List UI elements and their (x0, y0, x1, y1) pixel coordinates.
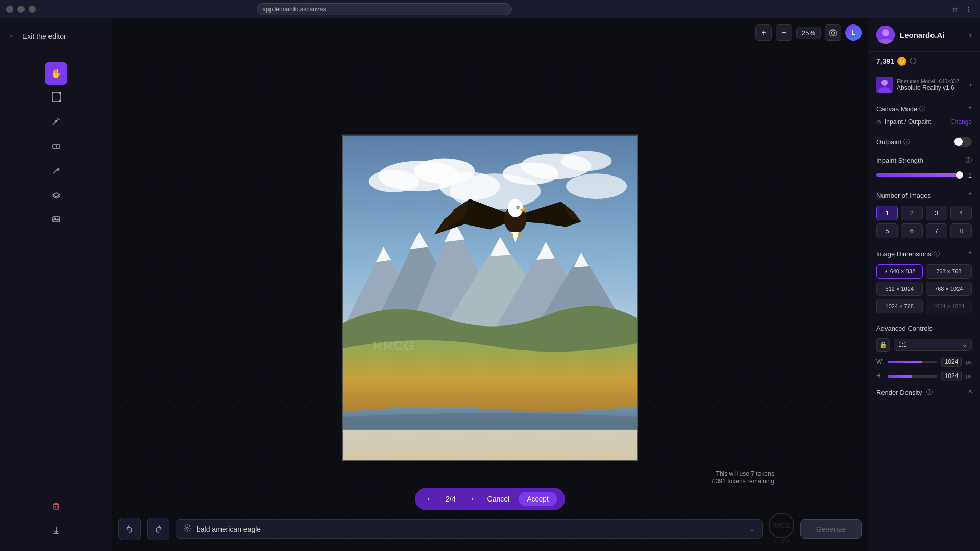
eraser-tool-button[interactable] (45, 136, 67, 158)
layers-icon (52, 190, 61, 202)
hand-icon: ✋ (51, 68, 62, 79)
inpaint-strength-info-icon: ⓘ (966, 156, 972, 165)
ratio-select[interactable]: 1:1 ⌄ (894, 339, 972, 351)
width-unit: px (966, 359, 972, 365)
svg-rect-1 (52, 92, 53, 94)
dim-512x1024[interactable]: 512 × 1024 (876, 282, 923, 296)
generate-button[interactable]: Generate (800, 519, 862, 539)
model-section[interactable]: Finetuned Model 640×832 Absolute Reality… (868, 71, 980, 98)
image-dimensions-header: Image Dimensions ⓘ ^ (868, 243, 980, 261)
reload-button[interactable] (29, 6, 36, 13)
width-value: 1024 (941, 357, 962, 367)
outpaint-toggle[interactable] (953, 137, 972, 147)
prompt-input-field[interactable] (197, 525, 744, 533)
outpaint-info-icon: ⓘ (903, 138, 910, 146)
zoom-in-button[interactable]: + (755, 24, 772, 41)
cancel-button[interactable]: Cancel (482, 493, 515, 505)
canvas-image: RRCG (342, 135, 638, 461)
render-density-collapse[interactable]: ^ (968, 389, 972, 397)
num-images-4[interactable]: 4 (950, 206, 972, 220)
hand-tool-button[interactable]: ✋ (45, 62, 67, 85)
select-tool-button[interactable] (45, 87, 67, 109)
image-dimensions-title: Image Dimensions (876, 250, 932, 258)
star-button[interactable]: ☆ (950, 4, 961, 14)
render-density-info-icon: ⓘ (926, 388, 933, 397)
redo-button[interactable] (147, 518, 169, 540)
height-label: H (876, 372, 884, 380)
address-bar[interactable]: app.leonardo.ai/canvas (257, 3, 512, 15)
dimensions-grid: ★ 640 × 832 768 × 768 512 × 1024 768 × 1… (868, 261, 980, 318)
tokens-info-button[interactable]: ⓘ (910, 57, 916, 66)
prompt-expand-icon[interactable]: ⌄ (749, 525, 755, 533)
forward-button[interactable] (17, 6, 24, 13)
num-images-8[interactable]: 8 (950, 223, 972, 238)
image-icon (52, 215, 61, 227)
add-image-button[interactable] (45, 209, 67, 232)
magic-wand-button[interactable] (45, 111, 67, 134)
num-images-2[interactable]: 2 (901, 206, 922, 220)
prompt-settings-icon (183, 524, 191, 534)
pen-tool-button[interactable] (45, 160, 67, 183)
url-text: app.leonardo.ai/canvas (262, 6, 326, 13)
magic-wand-icon (52, 117, 61, 129)
num-images-6[interactable]: 6 (901, 223, 922, 238)
canvas-mode-info-icon: ⓘ (919, 105, 925, 113)
model-thumbnail (876, 77, 893, 93)
collapse-panel-button[interactable]: › (969, 30, 972, 40)
svg-point-29 (566, 173, 627, 199)
model-label: Finetuned Model (897, 79, 935, 84)
render-density-title: Render Density (876, 389, 922, 396)
dim-1024x1024[interactable]: 1024 × 1024 (926, 299, 972, 313)
canvas-mode-section: Canvas Mode ⓘ ^ (868, 98, 980, 116)
eraser-icon (52, 141, 61, 153)
dim-640x832[interactable]: ★ 640 × 832 (876, 264, 923, 279)
user-name: Leonardo.Ai (900, 31, 945, 39)
download-button[interactable] (45, 520, 67, 543)
download-icon (52, 526, 61, 538)
dim-1024x768[interactable]: 1024 × 768 (876, 299, 923, 313)
svg-line-12 (53, 170, 57, 173)
undo-button[interactable] (118, 518, 141, 540)
width-label: W (876, 358, 884, 365)
menu-button[interactable]: ⋮ (964, 4, 974, 14)
zoom-out-button[interactable]: − (776, 24, 792, 41)
prev-image-button[interactable]: ← (423, 493, 437, 505)
num-images-grid: 1 2 3 4 5 6 7 8 (868, 203, 980, 243)
image-counter: 2/4 (442, 495, 459, 503)
right-panel-header: Leonardo.Ai › (868, 18, 980, 52)
camera-button[interactable] (825, 24, 841, 41)
advanced-controls-title: Advanced Controls (876, 324, 933, 332)
model-resolution: 640×832 (939, 79, 959, 84)
svg-rect-3 (52, 100, 53, 102)
inpaint-strength-value: 1 (964, 171, 972, 179)
num-images-collapse[interactable]: ^ (968, 191, 972, 199)
back-button[interactable] (6, 6, 13, 13)
num-images-1[interactable]: 1 (876, 206, 898, 220)
inpaint-strength-slider[interactable] (876, 170, 960, 180)
slider-thumb (956, 171, 963, 179)
exit-editor-row[interactable]: ← Exit the editor (0, 18, 112, 54)
dim-768x1024[interactable]: 768 × 1024 (926, 282, 972, 296)
model-name: Absolute Reality v1.6 (897, 84, 966, 91)
next-image-button[interactable]: → (464, 493, 478, 505)
height-slider-fill (888, 375, 912, 378)
layers-button[interactable] (45, 185, 67, 207)
accept-button[interactable]: Accept (519, 492, 557, 506)
image-dimensions-collapse[interactable]: ^ (968, 250, 972, 258)
num-images-5[interactable]: 5 (876, 223, 898, 238)
token-info-line1: This will use 7 tokens. (710, 470, 776, 478)
num-images-3[interactable]: 3 (926, 206, 947, 220)
width-slider[interactable] (888, 361, 937, 363)
dim-768x768[interactable]: 768 × 768 (926, 264, 972, 279)
canvas-mode-collapse[interactable]: ^ (968, 105, 972, 113)
outpaint-title: Outpaint (876, 138, 901, 146)
aspect-lock-button[interactable]: 🔒 (876, 338, 890, 352)
tools-column: ✋ (0, 54, 112, 551)
change-mode-button[interactable]: Change (950, 118, 972, 126)
delete-button[interactable] (45, 496, 67, 518)
token-count: 7,391 (876, 57, 894, 65)
num-images-7[interactable]: 7 (926, 223, 947, 238)
canvas-area[interactable]: + − 25% L (112, 18, 868, 551)
height-slider[interactable] (888, 375, 937, 378)
delete-icon (52, 502, 61, 513)
